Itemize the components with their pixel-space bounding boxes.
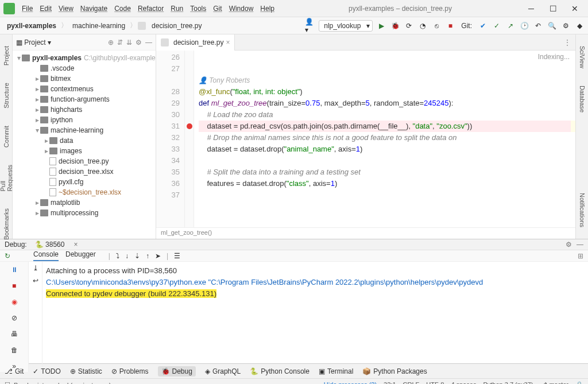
tree-folder[interactable]: ▸matplotlib: [13, 197, 156, 208]
menu-file[interactable]: File: [18, 2, 36, 15]
btab-git[interactable]: ⎇ Git: [5, 367, 24, 375]
close-session-icon[interactable]: ×: [74, 241, 78, 249]
tool-sciview[interactable]: SciView: [579, 46, 586, 68]
view-breakpoints-icon[interactable]: ◉: [9, 296, 20, 308]
pause-icon[interactable]: ⏸: [9, 264, 20, 276]
menu-code[interactable]: Code: [111, 2, 134, 15]
interpreter[interactable]: Python 3.7 (py37): [483, 381, 533, 384]
git-rollback-icon[interactable]: ↶: [533, 21, 543, 31]
tool-database[interactable]: Database: [579, 86, 586, 113]
step-over-icon[interactable]: ⤵: [116, 252, 119, 260]
git-history-icon[interactable]: 🕑: [519, 21, 529, 31]
menu-tools[interactable]: Tools: [187, 2, 210, 15]
tree-file[interactable]: ~$decision_tree.xlsx: [13, 187, 156, 197]
tree-folder[interactable]: ▸function-arguments: [13, 94, 156, 104]
code-area[interactable]: 👤 Tony Roberts@xl_func("float, int, int:…: [194, 51, 575, 227]
stop-debug-icon[interactable]: ■: [9, 280, 20, 292]
btab-python-console[interactable]: 🐍 Python Console: [250, 367, 310, 375]
stop-button[interactable]: ■: [445, 21, 455, 31]
tree-root[interactable]: ▾ pyxll-examples C:\github\pyxll-example: [13, 53, 156, 63]
close-tab-icon[interactable]: ×: [226, 38, 230, 46]
tree-folder[interactable]: ▸bitmex: [13, 73, 156, 84]
lock-icon[interactable]: 🔒: [575, 381, 583, 384]
line-gutter[interactable]: 2627 28293031323334353637: [156, 51, 185, 227]
menu-refactor[interactable]: Refactor: [134, 2, 167, 15]
tool-bookmarks[interactable]: Bookmarks: [3, 208, 10, 240]
hide-processes[interactable]: Hide processes (2): [324, 381, 377, 384]
tree-folder[interactable]: .vscode: [13, 63, 156, 73]
btab-todo[interactable]: ✓ TODO: [33, 367, 60, 375]
tree-file[interactable]: pyxll.cfg: [13, 177, 156, 187]
editor-tab[interactable]: decision_tree.py ×: [156, 34, 235, 51]
debug-gear-icon[interactable]: ⚙: [566, 241, 572, 249]
tree-folder[interactable]: ▾machine-learning: [13, 125, 156, 135]
btab-terminal[interactable]: ▣ Terminal: [319, 367, 353, 375]
rerun-icon[interactable]: ↻: [5, 252, 10, 260]
btab-statistic[interactable]: ⊕ Statistic: [70, 367, 102, 375]
expand-icon[interactable]: ⇵: [117, 38, 123, 46]
tool-project[interactable]: Project: [3, 46, 10, 65]
debug-button[interactable]: 🐞: [390, 21, 400, 31]
pycharm-icon[interactable]: ◆: [574, 21, 585, 31]
btab-python-packages[interactable]: 📦 Python Packages: [362, 367, 427, 375]
search-icon[interactable]: 🔍: [547, 21, 557, 31]
layout-icon[interactable]: ⊞: [578, 252, 583, 260]
tree-folder[interactable]: ▸data: [13, 135, 156, 146]
settings-icon[interactable]: ⚙: [560, 21, 571, 31]
debug-hide-icon[interactable]: —: [577, 241, 583, 249]
git-push-icon[interactable]: ↗: [505, 21, 516, 31]
mute-breakpoints-icon[interactable]: ⊘: [9, 312, 20, 324]
breakpoint-gutter[interactable]: [185, 51, 194, 227]
line-ending[interactable]: CRLF: [403, 381, 420, 384]
tree-folder[interactable]: ▸highcharts: [13, 104, 156, 115]
evaluate-icon[interactable]: ☰: [174, 252, 180, 260]
console-output[interactable]: Attaching to a process with PID=38,560 C…: [42, 262, 588, 372]
encoding[interactable]: UTF-8: [426, 381, 444, 384]
console-tab[interactable]: Console: [33, 250, 59, 261]
collapse-icon[interactable]: ⇊: [126, 38, 132, 46]
git-commit-icon[interactable]: ✓: [492, 21, 502, 31]
menu-help[interactable]: Help: [257, 2, 278, 15]
tree-folder[interactable]: ▸images: [13, 146, 156, 156]
breadcrumb-folder[interactable]: machine-learning: [69, 21, 129, 31]
tree-file[interactable]: decision_tree.xlsx: [13, 166, 156, 177]
step-into-icon[interactable]: ↓: [125, 252, 129, 260]
run-to-cursor-icon[interactable]: ➤: [155, 252, 161, 260]
tree-folder[interactable]: ▸multiprocessing: [13, 208, 156, 218]
close-button[interactable]: ✕: [566, 4, 583, 13]
editor-crumb[interactable]: ml_get_zoo_tree(): [156, 227, 575, 239]
run-button[interactable]: ▶: [376, 21, 386, 31]
debug-session-tab[interactable]: 🐍 38560: [32, 239, 68, 250]
step-into-my-icon[interactable]: ⇣: [134, 252, 140, 260]
hide-icon[interactable]: —: [145, 38, 152, 46]
attach-button[interactable]: ⎋: [431, 21, 442, 31]
minimize-button[interactable]: ─: [523, 4, 540, 13]
btab-graphql[interactable]: ◈ GraphQL: [205, 367, 241, 375]
clear-icon[interactable]: 🗑: [9, 344, 20, 356]
profile-button[interactable]: ◔: [417, 21, 428, 31]
gear-icon[interactable]: ⚙: [136, 38, 142, 46]
tree-folder[interactable]: ▸contextmenus: [13, 84, 156, 94]
menu-git[interactable]: Git: [210, 2, 225, 15]
scroll-to-end-icon[interactable]: ⤓: [33, 264, 38, 272]
menu-navigate[interactable]: Navigate: [77, 2, 111, 15]
maximize-button[interactable]: ☐: [544, 4, 562, 13]
tool-commit[interactable]: Commit: [3, 126, 10, 148]
debugger-tab[interactable]: Debugger: [65, 250, 96, 261]
git-branch[interactable]: ⎇ master: [540, 381, 568, 384]
tree-folder[interactable]: ▸ipython: [13, 115, 156, 125]
project-tree[interactable]: ▾ pyxll-examples C:\github\pyxll-example…: [13, 51, 156, 239]
indent[interactable]: 4 spaces: [451, 381, 476, 384]
breadcrumb-file[interactable]: decision_tree.py: [148, 21, 205, 31]
btab-debug[interactable]: 🐞 Debug: [158, 366, 196, 377]
tree-file[interactable]: decision_tree.py: [13, 156, 156, 166]
run-config-dropdown[interactable]: nlp_vlookup ▾: [319, 20, 373, 32]
print-icon[interactable]: 🖶: [9, 328, 20, 340]
breadcrumb-root[interactable]: pyxll-examples: [3, 21, 60, 31]
menu-window[interactable]: Window: [226, 2, 257, 15]
menu-run[interactable]: Run: [167, 2, 187, 15]
tool-notifications[interactable]: Notifications: [579, 193, 586, 227]
user-icon[interactable]: 👤▾: [305, 21, 315, 31]
locate-icon[interactable]: ⊕: [108, 38, 114, 46]
menu-edit[interactable]: Edit: [36, 2, 55, 15]
